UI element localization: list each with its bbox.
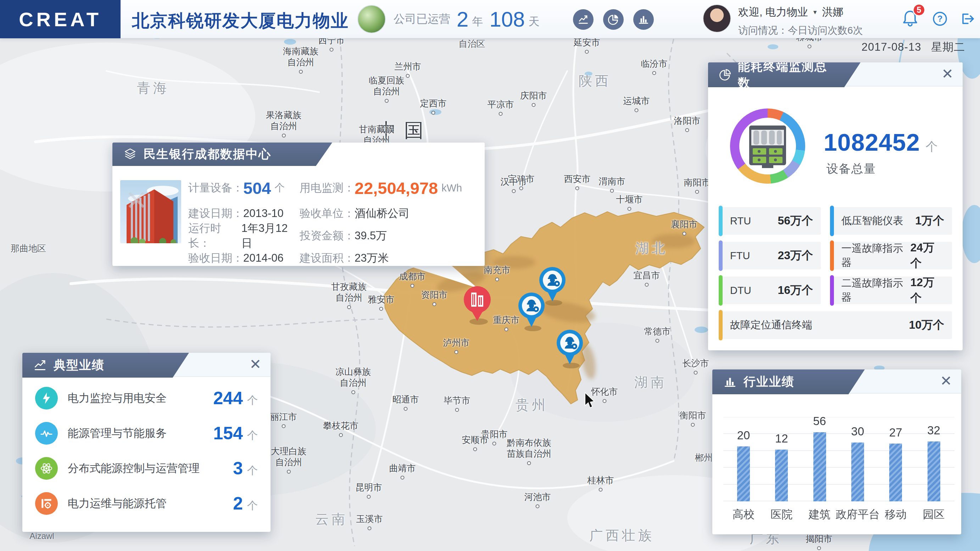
energy-item: 一遥故障指示器24万个 <box>830 242 952 269</box>
weekday-text: 星期二 <box>931 41 965 53</box>
industry-panel-header: 行业业绩 <box>712 369 865 394</box>
performance-item: 电力运维与能源托管2个 <box>22 486 270 521</box>
bar <box>928 441 940 502</box>
performance-item-value: 3 <box>233 458 243 479</box>
popup-field: 用电监测：22,504,978kWh <box>300 178 479 198</box>
mouse-cursor <box>584 392 597 409</box>
field-label: 运行时长： <box>188 221 242 251</box>
performance-item-value: 154 <box>213 423 243 444</box>
performance-item-label: 电力运维与能源托管 <box>68 496 167 511</box>
field-value: 酒仙桥公司 <box>355 206 409 221</box>
bar <box>775 450 788 502</box>
device-total-value: 1082452 <box>824 128 920 156</box>
device-total-label: 设备总量 <box>826 161 876 177</box>
chevron-down-icon[interactable]: ▼ <box>812 9 818 16</box>
energy-item: RTU56万个 <box>719 207 821 235</box>
field-value: 1年3月12日 <box>242 221 297 251</box>
bar-chart-button[interactable] <box>633 9 654 30</box>
performance-item-unit: 个 <box>247 428 258 443</box>
energy-item-label: 一遥故障指示器 <box>842 242 910 270</box>
pie-chart-icon <box>719 68 732 82</box>
page-title: 北京科锐研发大厦电力物业 <box>132 9 349 33</box>
performance-panel-header: 典型业绩 <box>22 353 189 377</box>
energy-item-value: 10万个 <box>909 317 944 333</box>
energy-item-label: FTU <box>730 250 750 262</box>
lightning-icon <box>35 387 58 409</box>
logo: CREAT <box>0 0 121 38</box>
user-name[interactable]: 洪娜 <box>822 5 843 19</box>
energy-item: 低压智能仪表1万个 <box>830 207 952 235</box>
popup-field: 计量设备：504个 <box>188 178 297 198</box>
energy-item-value: 23万个 <box>778 248 813 263</box>
energy-item-value: 24万个 <box>910 240 944 271</box>
bar-chart-icon <box>723 375 737 389</box>
field-label: 建设面积： <box>300 251 355 266</box>
popup-field: 建设面积：23万米 <box>300 251 479 266</box>
industry-bar-chart: 201256302732 <box>723 417 955 502</box>
user-greeting: 欢迎, 电力物业 <box>738 5 808 19</box>
energy-item: DTU16万个 <box>719 277 821 304</box>
layers-icon <box>123 147 137 161</box>
atom-icon <box>35 457 58 480</box>
energy-item: FTU23万个 <box>719 242 821 269</box>
company-avatar <box>357 5 386 33</box>
dashboard: 中国青海陕西湖北湖南贵州云南广西壮族广东西宁市海南藏族 自治州果洛藏族 自治州甘… <box>0 0 980 551</box>
performance-item-unit: 个 <box>247 498 258 513</box>
industry-performance-panel: 行业业绩 ✕ 201256302732 高校医院建筑政府平台移动园区 <box>712 369 961 534</box>
help-button[interactable]: ? <box>932 11 947 28</box>
field-value: 39.5万 <box>355 228 387 243</box>
popup-field: 运行时长：1年3月12日 <box>188 221 297 251</box>
field-label: 计量设备： <box>188 180 243 195</box>
user-avatar[interactable] <box>703 4 731 33</box>
energy-item-value: 1万个 <box>915 213 944 229</box>
field-unit: 个 <box>274 181 285 195</box>
bar-value-label: 27 <box>874 426 917 439</box>
energy-item-label: 低压智能仪表 <box>842 214 903 228</box>
energy-item-label: 故障定位通信终端 <box>730 318 812 332</box>
bar-value-label: 12 <box>760 432 803 445</box>
tools-icon <box>35 492 58 515</box>
bar-value-label: 56 <box>799 414 841 428</box>
bar <box>851 443 864 502</box>
color-bar <box>719 275 722 306</box>
close-button[interactable]: ✕ <box>249 357 261 371</box>
field-value: 22,504,978 <box>355 178 438 198</box>
popup-title: 民生银行成都数据中心 <box>143 146 271 162</box>
field-value: 2013-10 <box>243 207 284 220</box>
performance-panel-title: 典型业绩 <box>54 357 105 373</box>
color-bar <box>719 205 722 236</box>
logout-button[interactable] <box>959 11 975 28</box>
bar <box>889 444 902 502</box>
bar-value-label: 32 <box>913 424 955 437</box>
energy-item-label: DTU <box>730 285 751 296</box>
svg-text:?: ? <box>937 14 943 23</box>
operation-label: 公司已运营 <box>394 11 450 27</box>
device-total-unit: 个 <box>926 139 938 155</box>
performance-item-value: 244 <box>213 388 243 408</box>
notification-button[interactable]: 5 <box>902 9 920 29</box>
performance-items: 电力监控与用电安全244个能源管理与节能服务154个分布式能源控制与运营管理3个… <box>22 381 270 521</box>
bar <box>737 446 750 502</box>
energy-panel-header: 能耗终端监测总数 <box>708 62 861 87</box>
popup-field: 验收单位：酒仙桥公司 <box>300 206 479 221</box>
color-bar <box>830 205 834 236</box>
energy-item-label: RTU <box>730 215 751 227</box>
performance-item: 能源管理与节能服务154个 <box>22 416 270 451</box>
operation-summary: 公司已运营 2 年 108 天 <box>357 5 539 33</box>
bar-chart-icon <box>638 13 649 25</box>
pie-chart-button[interactable] <box>603 9 624 30</box>
date-display: 2017-08-13 星期二 <box>862 40 965 54</box>
operation-years: 2 <box>457 7 468 32</box>
field-label: 验收单位： <box>300 206 355 221</box>
performance-item-label: 分布式能源控制与运营管理 <box>68 461 200 476</box>
close-button[interactable]: ✕ <box>941 67 953 81</box>
field-value: 2014-06 <box>243 252 284 264</box>
close-button[interactable]: ✕ <box>940 374 952 388</box>
field-label: 投资金额： <box>300 228 355 243</box>
color-bar <box>830 275 834 306</box>
energy-item-value: 12万个 <box>910 275 944 306</box>
performance-item: 电力监控与用电安全244个 <box>22 381 270 416</box>
color-bar <box>719 240 722 271</box>
logo-text: CREAT <box>19 8 102 31</box>
line-chart-button[interactable] <box>573 9 593 30</box>
